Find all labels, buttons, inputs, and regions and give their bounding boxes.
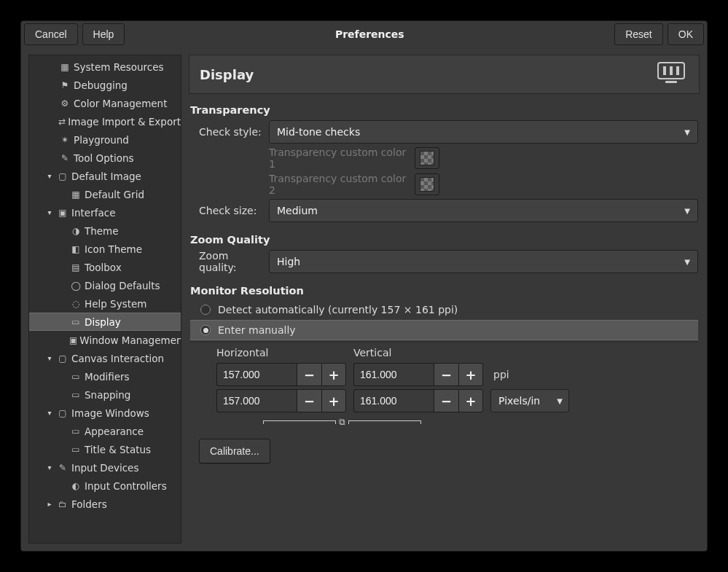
chevron-down-icon: ▾ [45,463,54,471]
tree-appearance[interactable]: ▭Appearance [29,422,181,440]
horizontal-pixels-input[interactable] [216,389,297,412]
horizontal-ppi-input[interactable] [216,363,297,386]
zoom-section: Zoom Quality Zoom quality: High ▼ [189,228,700,275]
chain-link-indicator[interactable]: ⧉ [190,417,467,427]
horizontal-ppi-spin[interactable]: − + [216,363,346,386]
import-export-icon: ⇄ [58,117,66,127]
custom-color2-swatch[interactable] [415,173,439,195]
radio-icon [200,305,211,315]
folder-icon: 🗀 [56,499,69,509]
radio-checked-icon [200,325,211,335]
help-button[interactable]: Help [82,23,125,45]
tree-title-status[interactable]: ▭Title & Status [29,440,181,458]
custom-color2-label: Transparency custom color 2 [190,173,409,196]
bug-icon: ⚑ [58,80,71,90]
chain-icon: ⧉ [336,417,348,427]
chevron-down-icon: ▾ [45,208,54,216]
transparency-title: Transparency [190,104,698,116]
tree-interface[interactable]: ▾▣Interface [29,203,181,222]
horizontal-column: Horizontal − + − + [216,347,346,412]
minus-button[interactable]: − [434,363,458,386]
enter-manually-label: Enter manually [218,324,296,336]
tree-debugging[interactable]: ⚑Debugging [29,76,181,94]
theme-icon: ◑ [69,226,82,236]
page-title: Display [200,67,654,82]
tree-tool-options[interactable]: ✎Tool Options [29,149,181,167]
plus-button[interactable]: + [458,389,483,412]
zoom-title: Zoom Quality [190,234,698,246]
icon-theme-icon: ◧ [69,244,82,254]
minus-button[interactable]: − [434,389,458,412]
unit-select[interactable]: Pixels/in ▼ [490,389,569,412]
dialog-title: Preferences [129,28,610,40]
chip-icon: ▦ [58,62,71,72]
vertical-pixels-input[interactable] [353,389,434,412]
check-style-label: Check style: [190,126,263,138]
custom-color1-swatch[interactable] [415,147,439,169]
tree-color-management[interactable]: ⚙Color Management [29,94,181,112]
tree-window-management[interactable]: ▣Window Management [29,331,181,349]
canvas-icon: ▢ [56,353,69,364]
tree-image-windows[interactable]: ▾▢Image Windows [29,404,181,422]
chevron-down-icon: ▾ [45,409,54,417]
ppi-label: ppi [493,363,569,386]
tree-image-io[interactable]: ⇄Image Import & Export [29,112,181,130]
help-icon: ◌ [69,299,82,309]
vertical-ppi-input[interactable] [353,363,434,386]
tree-modifiers[interactable]: ▭Modifiers [29,367,181,385]
window-management-icon: ▣ [69,335,77,345]
plus-button[interactable]: + [321,389,346,412]
monitor-section: Monitor Resolution Detect automatically … [189,279,700,463]
tree-canvas-interaction[interactable]: ▾▢Canvas Interaction [29,349,181,367]
tree-snapping[interactable]: ▭Snapping [29,385,181,404]
tree-help-system[interactable]: ◌Help System [29,294,181,313]
minus-button[interactable]: − [297,389,321,412]
modifiers-icon: ▭ [69,372,82,382]
tool-options-icon: ✎ [58,153,71,163]
tree-icon-theme[interactable]: ◧Icon Theme [29,240,181,258]
detect-auto-label: Detect automatically (currently 157 × 16… [218,304,458,316]
calibrate-button[interactable]: Calibrate... [199,439,270,463]
horizontal-pixels-spin[interactable]: − + [216,389,346,412]
chevron-right-icon: ▸ [45,500,54,508]
ok-button[interactable]: OK [668,23,704,45]
plus-button[interactable]: + [458,363,483,386]
tree-folders[interactable]: ▸🗀Folders [29,495,181,513]
input-devices-icon: ✎ [56,463,69,473]
input-controllers-icon: ◐ [69,481,82,491]
interface-icon: ▣ [56,208,69,218]
tree-system-resources[interactable]: ▦System Resources [29,58,181,76]
transparency-section: Transparency Check style: Mid-tone check… [189,98,700,224]
check-style-select[interactable]: Mid-tone checks ▼ [269,120,698,144]
color-icon: ⚙ [58,98,71,109]
vertical-ppi-spin[interactable]: − + [353,363,483,386]
tree-playground[interactable]: ✶Playground [29,130,181,149]
check-size-select[interactable]: Medium ▼ [269,199,698,222]
tree-theme[interactable]: ◑Theme [29,222,181,240]
tree-default-image[interactable]: ▾▢Default Image [29,167,181,185]
chevron-down-icon: ▼ [557,397,563,405]
image-windows-icon: ▢ [56,408,69,418]
reset-button[interactable]: Reset [614,23,663,45]
tree-input-controllers[interactable]: ◐Input Controllers [29,477,181,495]
plus-button[interactable]: + [321,363,346,386]
toolbox-icon: ▤ [69,262,82,273]
tree-dialog-defaults[interactable]: ◯Dialog Defaults [29,276,181,294]
tree-default-grid[interactable]: ▦Default Grid [29,185,181,203]
category-tree[interactable]: ▦System Resources ⚑Debugging ⚙Color Mana… [28,55,181,544]
display-page-icon [654,60,689,89]
enter-manually-radio-row[interactable]: Enter manually [190,320,698,340]
tree-input-devices[interactable]: ▾✎Input Devices [29,458,181,477]
check-size-label: Check size: [190,205,263,216]
vertical-pixels-spin[interactable]: − + [353,389,483,412]
snapping-icon: ▭ [69,390,82,400]
chevron-down-icon: ▼ [684,128,690,136]
preferences-dialog: Cancel Help Preferences Reset OK ▦System… [20,20,708,552]
tree-display[interactable]: ▭Display [29,313,181,331]
cancel-button[interactable]: Cancel [24,23,78,45]
detect-auto-radio-row[interactable]: Detect automatically (currently 157 × 16… [190,299,698,320]
chevron-down-icon: ▾ [45,172,54,180]
minus-button[interactable]: − [297,363,321,386]
tree-toolbox[interactable]: ▤Toolbox [29,258,181,276]
zoom-quality-select[interactable]: High ▼ [269,250,698,273]
